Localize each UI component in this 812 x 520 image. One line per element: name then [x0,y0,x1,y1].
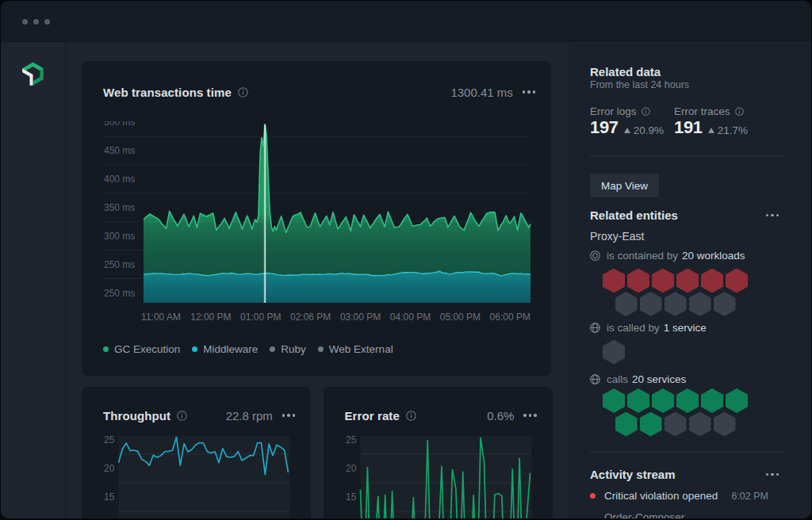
middleware-area [144,271,530,303]
ellipsis-menu-icon[interactable] [282,414,295,416]
divider [590,452,783,453]
entity-hexagon-gray[interactable] [689,412,711,437]
legend-dot [318,346,324,352]
window-titlebar [1,1,811,42]
activity-time: 6:02 PM [731,491,768,502]
panel-header: Error rate 0.6% [345,407,537,424]
ellipsis-menu-icon[interactable] [523,90,535,93]
window-control-dot-3[interactable] [44,19,50,25]
entity-hexagon-green[interactable] [676,388,699,413]
sidebar [1,43,66,518]
x-axis-label: 03:00 PM [340,312,381,323]
x-axis-label: 04:00 PM [390,312,431,323]
relation-object[interactable]: 20 workloads [682,250,745,262]
entity-hexagon-gray[interactable] [640,292,662,316]
entity-hexagon-green[interactable] [726,388,748,413]
entity-hexagon-red[interactable] [652,269,674,293]
hexagon-row [603,269,748,293]
menu-dot [766,473,768,476]
relation-object[interactable]: 20 services [632,373,686,385]
y-axis-label: 450 ms [104,145,135,156]
menu-dot [771,214,773,216]
related-data-title: Related data [590,65,661,78]
hexagon-row [603,340,625,365]
relation-row: calls20 services [590,373,686,385]
y-axis-label: 20 [104,463,115,474]
legend-item[interactable]: GC Execution [103,343,180,355]
entity-hexagon-green[interactable] [603,388,625,413]
activity-item[interactable]: Critical violation opened6:02 PM [590,490,768,502]
ellipsis-menu-icon[interactable] [523,414,536,416]
menu-dot [529,414,531,416]
area-chart-canvas: 500 ms450 ms400 ms350 ms300 ms250 ms250 … [82,121,551,307]
info-icon[interactable] [238,87,248,98]
x-axis-label: 05:00 PM [440,312,481,323]
entity-hexagon-red[interactable] [726,269,748,293]
x-axis-label: 06:00 PM [490,312,530,323]
ellipsis-menu-icon[interactable] [766,214,779,216]
entity-hexagon-gray[interactable] [665,412,687,437]
stat-label-text: Error logs [590,105,637,117]
menu-dot [287,414,289,416]
throughput-value: 22.8 rpm [226,409,273,422]
y-axis-label: 400 ms [104,174,135,185]
error-traces-stat: Error traces19121.7% [674,105,748,138]
entity-hexagon-red[interactable] [603,269,625,293]
y-axis-label: 250 ms [104,288,135,299]
entity-hexagon-red[interactable] [627,269,649,293]
related-data-rail: Related data From the last 24 hours Erro… [569,43,811,518]
entity-hexagon-green[interactable] [652,388,674,413]
entity-hexagon-green[interactable] [627,388,649,413]
y-axis-label: 300 ms [104,231,135,242]
entity-hexagon-green[interactable] [615,412,638,437]
y-axis-label: 15 [104,491,115,503]
y-axis-label: 25 [104,436,115,445]
entity-hexagon-red[interactable] [701,269,723,293]
legend-item[interactable]: Web External [318,343,393,355]
entity-hexagon-gray[interactable] [689,292,711,316]
stat-delta: 20.9% [624,124,664,136]
legend-item[interactable]: Ruby [270,343,306,355]
web-transactions-panel: Web transactions time 1300.41 ms 500 ms4… [82,61,551,376]
legend-dot [270,346,275,352]
menu-dot [771,473,773,476]
info-icon[interactable] [735,107,744,116]
web-transactions-chart[interactable]: 500 ms450 ms400 ms350 ms300 ms250 ms250 … [82,121,551,307]
x-axis-label: 01:00 PM [240,312,281,323]
window-control-dot-2[interactable] [33,19,39,25]
legend-item[interactable]: Middleware [192,343,258,355]
entity-hexagon-gray[interactable] [714,292,736,316]
error-rate-chart[interactable]: 252015 [324,436,553,518]
workload-icon [590,250,600,261]
info-icon[interactable] [406,411,416,421]
error-rate-panel: Error rate 0.6% 252015 [324,387,553,518]
menu-dot [534,414,536,416]
entity-hexagon-gray[interactable] [714,412,736,437]
globe-icon [590,374,600,384]
y-axis-label: 15 [346,491,357,503]
relation-object[interactable]: 1 service [664,322,707,334]
menu-dot [776,214,779,216]
menu-dot [766,214,768,216]
x-axis-labels: 11:00 AM12:00 PM01:00 PM02:06 PM03:00 PM… [82,312,551,324]
related-data-subtitle: From the last 24 hours [590,79,689,90]
throughput-chart[interactable]: 252015 [82,436,311,518]
relation-verb: is called by [607,322,660,334]
entity-hexagon-gray[interactable] [665,292,687,316]
map-view-button[interactable]: Map View [590,174,659,197]
window-control-dot-1[interactable] [22,19,28,25]
ellipsis-menu-icon[interactable] [766,473,779,476]
app-body: Web transactions time 1300.41 ms 500 ms4… [1,43,811,518]
app-logo-icon[interactable] [21,61,44,86]
entity-hexagon-green[interactable] [640,412,662,437]
info-icon[interactable] [177,411,187,421]
entity-hexagon-gray[interactable] [603,340,625,365]
y-axis-label: 20 [346,463,357,474]
legend-label: Web External [329,343,393,355]
entity-hexagon-gray[interactable] [615,292,638,316]
hexagon-row [603,388,748,413]
entity-name[interactable]: Proxy-East [590,230,644,243]
entity-hexagon-red[interactable] [676,269,699,293]
entity-hexagon-green[interactable] [701,388,723,413]
info-icon[interactable] [642,107,650,116]
